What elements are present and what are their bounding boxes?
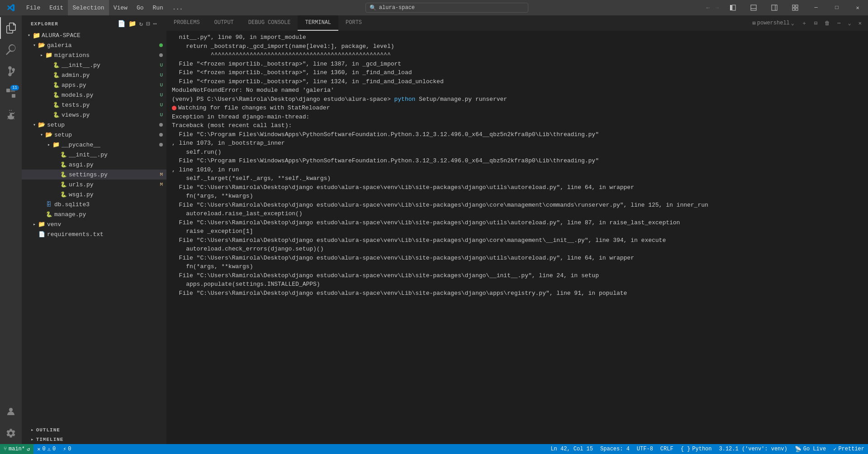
maximize-btn[interactable]: □	[826, 0, 847, 15]
tree-item-wsgi[interactable]: ▸ 🐍 wsgi.py	[22, 189, 166, 199]
tree-item-requirements[interactable]: ▸ 📄 requirements.txt	[22, 229, 166, 239]
file-db-label: db.sqlite3	[54, 201, 163, 208]
terminal-line: fn(*args, **kwargs)	[172, 262, 863, 271]
go-live-status[interactable]: 📡 Go Live	[791, 444, 830, 454]
maximize-panel-btn[interactable]: ⌄	[845, 19, 854, 28]
more-btn[interactable]: ⋯	[835, 19, 843, 28]
tree-item-venv[interactable]: ▸ 📁 venv	[22, 219, 166, 229]
trash-btn[interactable]: 🗑	[822, 19, 833, 28]
layout-right-btn[interactable]	[764, 0, 785, 15]
nav-forward[interactable]: →	[715, 5, 719, 11]
errors-status[interactable]: ✕ 0 ⚠ 0	[33, 444, 59, 454]
position-text: Ln 42, Col 15	[550, 446, 593, 452]
tree-root[interactable]: ▾ 📁 ALURA-SPACE	[22, 30, 166, 40]
git-status: ⑂ main* ↺	[0, 444, 33, 454]
python-icon: 🐍	[60, 181, 67, 188]
folder-icon: 📁	[33, 32, 40, 39]
go-live-icon: 📡	[795, 446, 802, 453]
tab-output[interactable]: OUTPUT	[207, 15, 241, 31]
menu-edit[interactable]: Edit	[45, 0, 68, 15]
collapse-all-icon[interactable]: ⊟	[146, 20, 150, 28]
refresh-icon[interactable]: ↻	[139, 20, 143, 28]
menu-run[interactable]: Run	[148, 0, 167, 15]
terminal-line: raise _exception[1]	[172, 227, 863, 236]
spaces-status[interactable]: Spaces: 4	[597, 444, 633, 454]
tree-item-admin[interactable]: ▸ 🐍 admin.py U	[22, 70, 166, 80]
tree-item-tests[interactable]: ▸ 🐍 tests.py U	[22, 100, 166, 110]
menu-more[interactable]: ...	[168, 0, 187, 15]
git-branch[interactable]: ⑂ main* ↺	[0, 444, 33, 454]
folder-icon: 📁	[52, 141, 60, 148]
terminal-area[interactable]: nit__.py", line 90, in import_module ret…	[166, 31, 868, 444]
tree-item-asgi[interactable]: ▸ 🐍 asgi.py	[22, 160, 166, 170]
activity-source-control[interactable]	[0, 61, 22, 82]
terminal-line: autoreload.raise_last_exception()	[172, 209, 863, 218]
tree-item-settings[interactable]: ▸ 🐍 settings.py M	[22, 170, 166, 180]
remote-status[interactable]: ⚡ 0	[59, 444, 75, 454]
chevron-right-icon: ▸	[45, 141, 52, 148]
tab-problems[interactable]: PROBLEMS	[166, 15, 207, 31]
tree-item-init-galeria[interactable]: ▸ 🐍 __init__.py U	[22, 60, 166, 70]
activity-search[interactable]	[0, 39, 22, 61]
svg-rect-1	[732, 5, 735, 10]
split-terminal-btn[interactable]: ⊟	[811, 19, 820, 28]
layout-panel-btn[interactable]	[743, 0, 764, 15]
tree-item-galeria[interactable]: ▾ 📂 galeria	[22, 40, 166, 50]
timeline-section[interactable]: ▸ TIMELINE	[22, 435, 166, 444]
search-box[interactable]: 🔍 alura-space	[365, 3, 528, 13]
activity-run-debug[interactable]	[0, 104, 22, 126]
terminal-line: File "C:\Program Files\WindowsApps\Pytho…	[172, 156, 863, 166]
new-file-icon[interactable]: 📄	[118, 20, 126, 28]
folder-open-icon: 📂	[38, 42, 45, 49]
tree-item-init-setup[interactable]: ▸ 🐍 __init__.py	[22, 150, 166, 160]
add-terminal-btn[interactable]: ＋	[799, 19, 810, 28]
layout-sidebar-btn[interactable]	[722, 0, 743, 15]
window-controls: ─ □ ✕	[722, 0, 868, 15]
tree-item-setup-outer[interactable]: ▾ 📂 setup	[22, 120, 166, 130]
outline-section[interactable]: ▸ OUTLINE	[22, 425, 166, 435]
outline-label: OUTLINE	[36, 427, 60, 433]
tab-terminal[interactable]: TERMINAL	[298, 15, 338, 31]
terminal-line: File "C:\Users\Ramirola\Desktop\django e…	[172, 271, 863, 280]
minimize-btn[interactable]: ─	[806, 0, 826, 15]
search-icon: 🔍	[370, 5, 376, 11]
activity-explorer[interactable]	[0, 17, 22, 39]
layout-grid-btn[interactable]	[785, 0, 806, 15]
menu-selection[interactable]: Selection	[68, 0, 109, 15]
tree-item-migrations[interactable]: ▸ 📁 migrations	[22, 50, 166, 60]
python-version-status[interactable]: 3.12.1 ('venv': venv)	[716, 444, 791, 454]
file-manage-label: manage.py	[54, 211, 163, 218]
tree-item-urls[interactable]: ▸ 🐍 urls.py M	[22, 180, 166, 189]
menu-go[interactable]: Go	[132, 0, 148, 15]
tree-item-setup-inner[interactable]: ▾ 📂 setup	[22, 130, 166, 140]
tree-item-views[interactable]: ▸ 🐍 views.py U	[22, 110, 166, 120]
chevron-right-icon: ▸	[31, 427, 34, 433]
more-actions-icon[interactable]: ⋯	[153, 20, 157, 28]
cursor-position[interactable]: Ln 42, Col 15	[547, 444, 597, 454]
activity-settings[interactable]	[0, 422, 22, 444]
menu-file[interactable]: File	[22, 0, 45, 15]
tree-item-manage[interactable]: ▸ 🐍 manage.py	[22, 209, 166, 219]
tab-ports[interactable]: PORTS	[338, 15, 369, 31]
terminal-line: ^^^^^^^^^^^^^^^^^^^^^^^^^^^^^^^^^^^^^^^^…	[172, 51, 863, 60]
terminal-label: powershell	[757, 20, 790, 26]
terminal-line: File "C:\Users\Ramirola\Desktop\django e…	[172, 201, 863, 210]
close-btn[interactable]: ✕	[847, 0, 868, 15]
activity-accounts[interactable]	[0, 401, 22, 422]
tree-item-models[interactable]: ▸ 🐍 models.py U	[22, 90, 166, 100]
close-panel-btn[interactable]: ✕	[856, 19, 864, 28]
tree-item-pycache[interactable]: ▸ 📁 __pycache__	[22, 140, 166, 150]
menu-view[interactable]: View	[109, 0, 132, 15]
tree-item-db[interactable]: ▸ 🗄 db.sqlite3	[22, 199, 166, 209]
new-folder-icon[interactable]: 📁	[128, 20, 137, 28]
tree-item-apps[interactable]: ▸ 🐍 apps.py U	[22, 80, 166, 90]
activity-extensions[interactable]: 11	[0, 82, 22, 104]
encoding-status[interactable]: UTF-8	[633, 444, 657, 454]
tab-debug-console[interactable]: DEBUG CONSOLE	[241, 15, 298, 31]
line-ending-status[interactable]: CRLF	[657, 444, 677, 454]
python-version-text: 3.12.1 ('venv': venv)	[719, 446, 787, 452]
terminal-line: File "<frozen importlib._bootstrap>", li…	[172, 77, 863, 86]
prettier-status[interactable]: ✓ Prettier	[830, 444, 868, 454]
nav-back[interactable]: ←	[706, 5, 710, 11]
language-status[interactable]: { } Python	[677, 444, 716, 454]
